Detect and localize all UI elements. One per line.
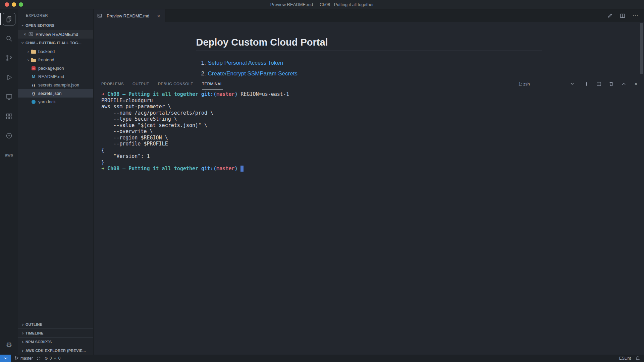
panel-tab-output[interactable]: OUTPUT (132, 78, 149, 90)
split-editor-icon[interactable] (619, 12, 626, 19)
gear-icon: ⚙ (6, 341, 12, 349)
activity-extensions-button[interactable] (0, 107, 18, 126)
kill-terminal-trash-icon[interactable] (608, 81, 614, 87)
file-name: backend (38, 49, 55, 54)
settings-gear-button[interactable]: ⚙ (0, 335, 18, 355)
sidebar-section-npm-scripts[interactable]: ›NPM SCRIPTS (18, 337, 93, 346)
preview-heading: Deploy Custom Cloud Portal (196, 37, 542, 51)
explorer-icon (3, 13, 15, 25)
chevron-down-icon: › (20, 23, 25, 28)
sync-icon (37, 356, 41, 361)
tab-bar: Preview README.md × ⋯ (94, 9, 644, 22)
close-tab-icon[interactable]: × (156, 13, 162, 19)
open-editor-label: Preview README.md (36, 32, 78, 37)
file-row-yarn.lock[interactable]: yarn.lock (18, 98, 93, 106)
eslint-status[interactable]: ESLint (619, 356, 631, 361)
window-controls (5, 0, 23, 9)
activity-explorer-button[interactable] (0, 9, 18, 29)
terminal-output[interactable]: ➜ Ch08 – Putting it all together git:(ma… (94, 90, 644, 355)
markdown-list-item: 2.Create/Encrypt SSMParam Secrets (196, 70, 542, 77)
panel-tab-problems[interactable]: PROBLEMS (101, 78, 124, 90)
sidebar-section-timeline[interactable]: ›TIMELINE (18, 328, 93, 337)
file-tree: ›backend›frontendpackage.jsonREADME.mdse… (18, 47, 93, 106)
sidebar-bottom-sections: ›OUTLINE›TIMELINE›NPM SCRIPTS›AWS CDK EX… (18, 320, 93, 355)
zoom-window-button[interactable] (19, 2, 23, 7)
split-terminal-icon[interactable] (595, 81, 602, 87)
yarn-icon (31, 99, 36, 105)
activity-test-explorer-button[interactable] (0, 126, 18, 145)
editor-scrollbar[interactable] (640, 23, 643, 74)
terminal-line: aws ssm put-parameter \ (101, 104, 644, 110)
markdown-link[interactable]: Setup Personal Access Token (208, 60, 283, 66)
notifications-bell-icon[interactable] (636, 356, 640, 361)
shell-selector-label: 1: zsh (519, 82, 530, 86)
file-row-backend[interactable]: ›backend (18, 47, 93, 56)
shell-selector-dropdown[interactable]: 1: zsh (519, 82, 577, 86)
sidebar-section-outline[interactable]: ›OUTLINE (18, 320, 93, 328)
folder-icon (31, 49, 36, 54)
close-editor-icon[interactable]: × (22, 32, 28, 37)
terminal-line: } (101, 160, 644, 166)
chevron-right-icon: › (20, 331, 25, 336)
panel-tab-terminal[interactable]: TERMINAL (202, 78, 222, 90)
panel-tab-debug-console[interactable]: DEBUG CONSOLE (158, 78, 194, 90)
maximize-panel-icon[interactable] (620, 81, 627, 87)
open-source-icon[interactable] (606, 12, 613, 19)
git-branch-status[interactable]: master (14, 356, 33, 361)
file-row-secrets.example.json[interactable]: secrets.example.json (18, 81, 93, 89)
activity-remote-explorer-button[interactable] (0, 87, 18, 107)
terminal-panel: PROBLEMSOUTPUTDEBUG CONSOLETERMINAL 1: z… (94, 78, 644, 355)
minimize-window-button[interactable] (12, 2, 16, 7)
errors-icon: ⊘ (45, 356, 48, 360)
terminal-line: "Version": 1 (101, 153, 644, 160)
remote-indicator[interactable]: >< (0, 355, 11, 362)
file-row-package.json[interactable]: package.json (18, 64, 93, 72)
panel-actions: 1: zsh (519, 78, 639, 90)
activity-run-debug-button[interactable] (0, 68, 18, 87)
tab-preview-readme[interactable]: Preview README.md × (94, 9, 165, 22)
npm-icon (31, 66, 36, 71)
explorer-sidebar: EXPLORER › OPEN EDITORS × Preview README… (18, 9, 94, 355)
chevron-down-icon (571, 83, 574, 85)
markdown-preview-icon (28, 32, 34, 37)
window-title: Preview README.md — Ch08 - Putting it al… (270, 2, 374, 7)
file-row-secrets.json[interactable]: secrets.json (18, 89, 93, 98)
test-explorer-icon (3, 129, 15, 142)
file-name: frontend (38, 57, 54, 62)
terminal-line: ➜ Ch08 – Putting it all together git:(ma… (101, 166, 644, 172)
terminal-line: --region $REGION \ (101, 135, 644, 141)
sidebar-section-aws-cdk-explorer-previe-[interactable]: ›AWS CDK EXPLORER (PREVIE... (18, 346, 93, 355)
open-editors-header[interactable]: › OPEN EDITORS (18, 21, 93, 30)
file-row-frontend[interactable]: ›frontend (18, 56, 93, 64)
vscode-window: Preview README.md — Ch08 - Putting it al… (0, 0, 644, 362)
problems-status[interactable]: ⊘ 0 △ 0 (45, 356, 61, 361)
terminal-line: { (101, 147, 644, 154)
section-label: AWS CDK EXPLORER (PREVIE... (25, 349, 86, 353)
status-bar: >< master ⊘ 0 △ 0 ESL (0, 355, 644, 362)
panel-header: PROBLEMSOUTPUTDEBUG CONSOLETERMINAL 1: z… (94, 78, 644, 90)
markdown-list-item: 1.Setup Personal Access Token (196, 60, 542, 66)
open-editor-item[interactable]: × Preview README.md (18, 30, 93, 39)
close-panel-icon[interactable]: × (633, 81, 639, 87)
project-section-label: CH08 - PUTTING IT ALL TOG... (25, 41, 82, 45)
chevron-right-icon: › (20, 322, 25, 327)
aws-icon: aws (3, 149, 15, 162)
editor-actions: ⋯ (606, 9, 644, 22)
activity-source-control-button[interactable] (0, 48, 18, 68)
project-section-header[interactable]: › CH08 - PUTTING IT ALL TOG... (18, 39, 93, 47)
more-actions-icon[interactable]: ⋯ (632, 12, 639, 19)
sync-status[interactable] (37, 356, 41, 361)
close-window-button[interactable] (5, 2, 9, 7)
git-branch-icon (14, 356, 19, 361)
markdown-link[interactable]: Create/Encrypt SSMParam Secrets (208, 70, 298, 77)
terminal-line: --name /acg/portal/secrets/prod \ (101, 110, 644, 116)
terminal-line: --profile $PROFILE (101, 141, 644, 147)
new-terminal-icon[interactable] (583, 81, 590, 87)
run-debug-icon (3, 71, 15, 84)
json-icon (31, 91, 36, 96)
activity-aws-toolkit-button[interactable]: aws (0, 145, 18, 165)
activity-search-button[interactable] (0, 29, 18, 48)
activity-bar: aws ⚙ (0, 9, 18, 355)
file-row-README.md[interactable]: README.md (18, 72, 93, 81)
status-bar-right: ESLint (619, 356, 644, 361)
